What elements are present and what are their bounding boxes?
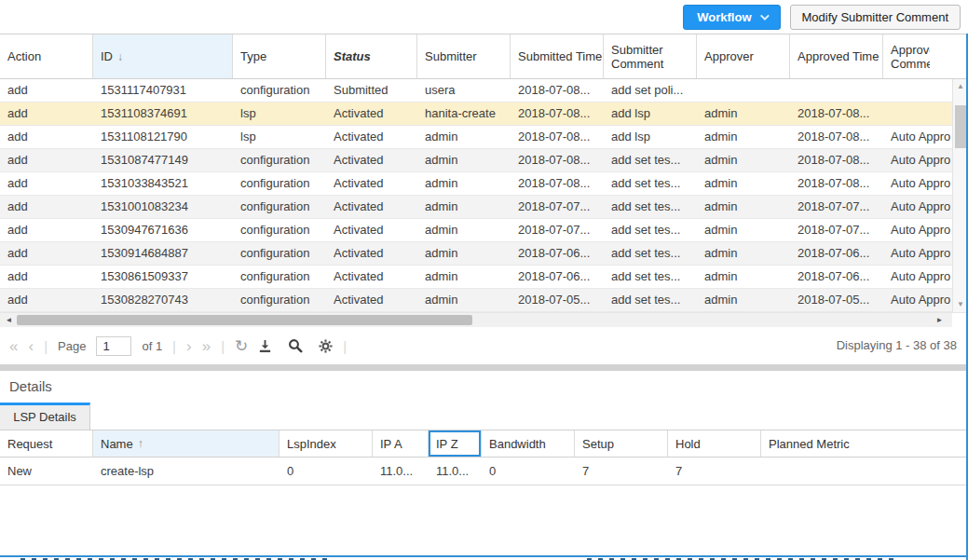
column-header-lspindex[interactable]: LspIndex: [279, 430, 373, 457]
column-header-type[interactable]: Type: [233, 34, 326, 78]
cell-action: add: [0, 196, 93, 218]
cell-status: Activated: [326, 219, 417, 241]
table-row[interactable]: add1530828270743configurationActivatedad…: [0, 289, 952, 312]
column-header-label: Approver Comment: [891, 43, 930, 71]
table-row[interactable]: add1531087477149configurationActivatedad…: [0, 149, 952, 172]
modify-submitter-comment-button[interactable]: Modify Submitter Comment: [790, 5, 961, 30]
workflow-button[interactable]: Workflow: [683, 5, 780, 30]
cell-approved_time: 2018-07-08...: [790, 126, 883, 148]
cell-type: lsp: [233, 102, 326, 125]
details-grid-row[interactable]: Newcreate-lsp011.0...11.0...077: [0, 458, 968, 485]
cell-submitter_comment: add set tes...: [604, 219, 697, 241]
refresh-icon[interactable]: ↻: [235, 336, 248, 356]
column-header-submitter_comment[interactable]: Submitter Comment: [604, 34, 697, 78]
toolbar-separator: |: [44, 338, 48, 354]
cell-approved_time: 2018-07-08...: [790, 149, 883, 171]
cell-id: 1530914684887: [93, 242, 233, 265]
cell-approved_time: 2018-07-06...: [790, 266, 883, 288]
cell-approved_time: 2018-07-06...: [790, 242, 883, 265]
previous-page-button[interactable]: ‹: [28, 338, 34, 354]
scroll-right-icon[interactable]: ►: [932, 313, 948, 327]
cell-approver: admin: [697, 289, 790, 311]
scroll-left-icon[interactable]: ◄: [1, 313, 17, 327]
column-header-label: Action: [7, 49, 41, 63]
cell-status: Activated: [326, 172, 417, 195]
next-page-button[interactable]: ›: [186, 338, 192, 354]
chevron-down-icon: [759, 11, 769, 20]
cell-action: add: [0, 149, 93, 171]
cell-name: create-lsp: [93, 458, 279, 485]
column-header-setup[interactable]: Setup: [575, 430, 668, 457]
cell-submitted_time: 2018-07-08...: [511, 126, 604, 148]
column-header-approver[interactable]: Approver: [697, 34, 790, 78]
cell-id: 1531087477149: [93, 149, 233, 171]
column-header-approved_time[interactable]: Approved Time: [790, 34, 883, 78]
table-row[interactable]: add1531108374691lspActivatedhanita-creat…: [0, 102, 952, 126]
cell-approver: admin: [697, 219, 790, 241]
horizontal-scroll-thumb[interactable]: [17, 315, 472, 325]
column-header-id[interactable]: ID↓: [93, 34, 233, 78]
cell-type: lsp: [233, 126, 326, 148]
column-header-planned[interactable]: Planned Metric: [761, 430, 968, 457]
cell-approved_time: 2018-07-07...: [790, 196, 883, 218]
column-header-label: IP Z: [436, 437, 458, 451]
table-row[interactable]: add1531001083234configurationActivatedad…: [0, 196, 952, 219]
column-header-action[interactable]: Action: [0, 34, 93, 78]
workflow-button-label: Workflow: [697, 10, 751, 24]
column-header-label: Name: [101, 437, 133, 451]
panel-bottom-edge: [0, 555, 968, 557]
table-row[interactable]: add1530914684887configurationActivatedad…: [0, 242, 952, 266]
column-header-label: Hold: [675, 437, 701, 451]
column-header-status[interactable]: Status: [326, 34, 417, 78]
column-header-submitted_time[interactable]: Submitted Time: [511, 34, 604, 78]
column-header-bandwidth[interactable]: Bandwidth: [482, 430, 575, 457]
table-row[interactable]: add1530861509337configurationActivatedad…: [0, 266, 952, 289]
cell-id: 1531117407931: [93, 79, 233, 102]
cell-bandwidth: 0: [482, 458, 575, 485]
column-header-approver_comment[interactable]: Approver Comment: [883, 34, 930, 78]
cell-action: add: [0, 126, 93, 148]
column-header-request[interactable]: Request: [0, 430, 93, 457]
column-header-label: IP A: [380, 437, 402, 451]
column-header-label: Bandwidth: [489, 437, 546, 451]
first-page-button[interactable]: «: [9, 338, 18, 354]
cell-submitter_comment: add set tes...: [604, 289, 697, 311]
cell-submitter: admin: [417, 242, 511, 265]
column-header-label: Status: [334, 49, 371, 63]
workflow-approval-page: Workflow Modify Submitter Comment Action…: [0, 0, 968, 560]
column-header-hold[interactable]: Hold: [668, 430, 761, 457]
vertical-scroll-thumb[interactable]: [955, 105, 966, 148]
cell-approved_time: 2018-07-08...: [790, 172, 883, 195]
panel-splitter[interactable]: [0, 364, 968, 371]
cell-id: 1531108374691: [93, 102, 233, 125]
column-header-submitter[interactable]: Submitter: [417, 34, 511, 78]
tab-lsp-details[interactable]: LSP Details: [0, 403, 90, 430]
column-header-label: Planned Metric: [769, 437, 850, 451]
cell-submitter: admin: [417, 172, 511, 195]
cell-action: add: [0, 102, 93, 125]
settings-gear-icon[interactable]: [319, 339, 333, 353]
cell-id: 1531033843521: [93, 172, 233, 195]
page-input[interactable]: [96, 336, 131, 356]
last-page-button[interactable]: »: [202, 338, 211, 354]
download-icon[interactable]: [258, 339, 272, 353]
cell-status: Activated: [326, 289, 417, 311]
search-icon[interactable]: [288, 338, 303, 353]
details-tabstrip: LSP Details: [0, 403, 968, 430]
table-row[interactable]: add1531117407931configurationSubmittedus…: [0, 79, 952, 102]
cell-type: configuration: [233, 242, 326, 265]
cell-approver: [697, 79, 790, 102]
horizontal-scrollbar[interactable]: ◄ ►: [0, 312, 968, 327]
column-header-ipz[interactable]: IP Z: [429, 430, 482, 457]
column-header-name[interactable]: Name↑: [93, 430, 279, 457]
page-count-label: of 1: [142, 339, 162, 353]
cell-submitted_time: 2018-07-06...: [511, 242, 604, 265]
sort-asc-icon: ↑: [138, 437, 143, 450]
column-header-ipa[interactable]: IP A: [373, 430, 429, 457]
column-header-label: Submitter: [425, 49, 477, 63]
table-row[interactable]: add1531033843521configurationActivatedad…: [0, 172, 952, 196]
table-row[interactable]: add1531108121790lspActivatedadmin2018-07…: [0, 126, 952, 149]
table-row[interactable]: add1530947671636configurationActivatedad…: [0, 219, 952, 242]
cell-approver_comment: [883, 102, 952, 125]
sort-desc-icon: ↓: [117, 50, 123, 63]
